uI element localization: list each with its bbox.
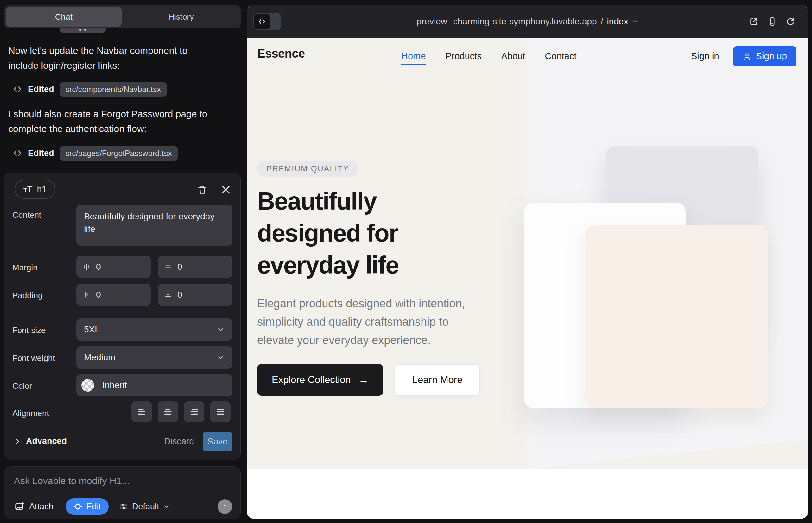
close-panel-icon[interactable]	[220, 184, 231, 195]
topbar-actions	[749, 5, 795, 38]
align-left-button[interactable]	[131, 401, 152, 422]
composer-input[interactable]: Ask Lovable to modify H1...	[14, 475, 229, 486]
padding-vertical-icon	[164, 291, 172, 299]
selected-element-pill[interactable]: TT h1	[15, 180, 55, 199]
font-size-select[interactable]: 5XL	[76, 319, 232, 341]
sliders-icon	[119, 502, 128, 511]
refresh-icon[interactable]	[786, 17, 795, 26]
arrow-up-icon: ↑	[223, 502, 227, 511]
edited-label: Edited	[28, 148, 54, 158]
discard-button[interactable]: Discard	[164, 436, 194, 446]
element-editor-panel: TT h1 Content Beautifully designed for e…	[4, 173, 241, 460]
hero-paragraph: Elegant products designed with intention…	[257, 294, 465, 349]
hero-cta-row: Explore Collection → Learn More	[257, 364, 480, 396]
chat-message-line: include login/register links:	[8, 58, 234, 73]
target-icon	[73, 502, 83, 511]
learn-more-button[interactable]: Learn More	[394, 364, 480, 396]
chat-composer: Ask Lovable to modify H1... Attach Edit	[4, 466, 241, 519]
code-icon	[13, 85, 22, 94]
chevron-down-icon	[217, 353, 225, 362]
nav-link-contact[interactable]: Contact	[545, 51, 577, 61]
color-label: Color	[12, 381, 32, 391]
sign-up-button[interactable]: Sign up	[733, 46, 796, 67]
hero-paragraph-line: elevate your everyday experience.	[257, 331, 465, 349]
mode-select[interactable]: Default	[119, 502, 170, 511]
decorative-card-cream	[585, 225, 768, 409]
padding-y-input[interactable]: 0	[158, 284, 232, 306]
padding-y-value: 0	[177, 290, 182, 300]
nav-link-about[interactable]: About	[501, 51, 525, 61]
align-right-button[interactable]	[184, 401, 204, 422]
margin-y-value: 0	[177, 262, 182, 272]
margin-x-input[interactable]: 0	[76, 256, 151, 278]
chevron-down-icon	[163, 503, 170, 510]
padding-label: Padding	[12, 291, 42, 301]
explore-collection-label: Explore Collection	[272, 374, 351, 385]
font-size-label: Font size	[12, 325, 46, 335]
send-button[interactable]: ↑	[217, 499, 232, 514]
url-bar[interactable]: preview--charming-site-symphony.lovable.…	[247, 5, 808, 38]
sign-up-label: Sign up	[756, 51, 787, 61]
attach-button[interactable]: Attach	[14, 501, 54, 512]
color-select[interactable]: Inherit	[76, 374, 232, 396]
margin-x-value: 0	[96, 262, 101, 272]
site-brand[interactable]: Essence	[257, 47, 305, 60]
content-label: Content	[12, 210, 41, 220]
font-weight-select[interactable]: Medium	[76, 346, 232, 368]
premium-quality-badge: PREMIUM QUALITY	[257, 161, 358, 177]
advanced-label: Advanced	[26, 436, 67, 446]
edit-mode-label: Edit	[86, 502, 101, 511]
chevron-down-icon	[217, 325, 225, 334]
image-plus-icon	[14, 501, 25, 512]
padding-x-input[interactable]: 0	[76, 284, 151, 306]
hero-paragraph-line: Elegant products designed with intention…	[257, 294, 465, 313]
tab-history[interactable]: History	[124, 7, 239, 26]
explore-collection-button[interactable]: Explore Collection →	[257, 364, 383, 396]
lovable-app: Chat History Now let's update the Navbar…	[0, 0, 812, 523]
color-swatch-icon	[82, 379, 94, 392]
margin-horizontal-icon	[83, 263, 91, 271]
alignment-label: Alignment	[12, 409, 49, 418]
save-button[interactable]: Save	[203, 432, 232, 451]
padding-horizontal-icon	[83, 291, 91, 299]
content-field[interactable]: Beautifully designed for everyday life	[76, 204, 232, 246]
preview-topbar: preview--charming-site-symphony.lovable.…	[247, 5, 808, 38]
composer-toolbar: Attach Edit Default	[14, 498, 232, 515]
hero-paragraph-line: simplicity and quality craftsmanship to	[257, 313, 465, 331]
font-size-value: 5XL	[84, 325, 100, 335]
url-page: index	[607, 16, 628, 26]
tab-chat[interactable]: Chat	[6, 7, 122, 26]
chevron-right-icon	[14, 437, 21, 445]
align-justify-button[interactable]	[210, 401, 231, 422]
mobile-view-icon[interactable]	[767, 17, 777, 26]
font-weight-value: Medium	[84, 353, 116, 362]
site-preview: Essence Home Products About Contact Sign…	[247, 38, 808, 519]
file-chip[interactable]: src/pages/ForgotPassword.tsx	[60, 146, 178, 161]
chat-message-line: Now let's update the Navbar component to	[8, 43, 234, 58]
h1-selection-outline[interactable]	[254, 184, 525, 281]
font-weight-label: Font weight	[12, 353, 55, 363]
sign-in-link[interactable]: Sign in	[691, 51, 719, 61]
sidebar-tabbar: Chat History	[4, 5, 241, 29]
nav-auth: Sign in Sign up	[691, 38, 796, 74]
open-external-icon[interactable]	[749, 17, 758, 26]
chat-sidebar: Chat History Now let's update the Navbar…	[0, 0, 247, 523]
margin-label: Margin	[12, 263, 37, 273]
nav-link-products[interactable]: Products	[445, 51, 481, 61]
nav-links: Home Products About Contact	[401, 38, 577, 74]
align-center-button[interactable]	[158, 401, 178, 422]
attach-label: Attach	[29, 502, 54, 511]
margin-vertical-icon	[164, 263, 172, 271]
url-host: preview--charming-site-symphony.lovable.…	[417, 16, 597, 26]
file-chip[interactable]: src/components/Navbar.tsx	[60, 82, 167, 96]
edited-file-row: Edited src/pages/ForgotPassword.tsx	[13, 146, 178, 160]
advanced-toggle[interactable]: Advanced	[14, 436, 67, 446]
edited-file-row: Edited src/components/Navbar.tsx	[13, 82, 166, 96]
typography-icon: TT	[23, 184, 33, 194]
delete-element-button[interactable]	[197, 184, 208, 195]
edit-mode-button[interactable]: Edit	[66, 498, 109, 515]
margin-y-input[interactable]: 0	[158, 256, 232, 278]
nav-link-home[interactable]: Home	[401, 51, 426, 65]
person-icon	[743, 52, 752, 61]
code-icon	[13, 148, 22, 158]
